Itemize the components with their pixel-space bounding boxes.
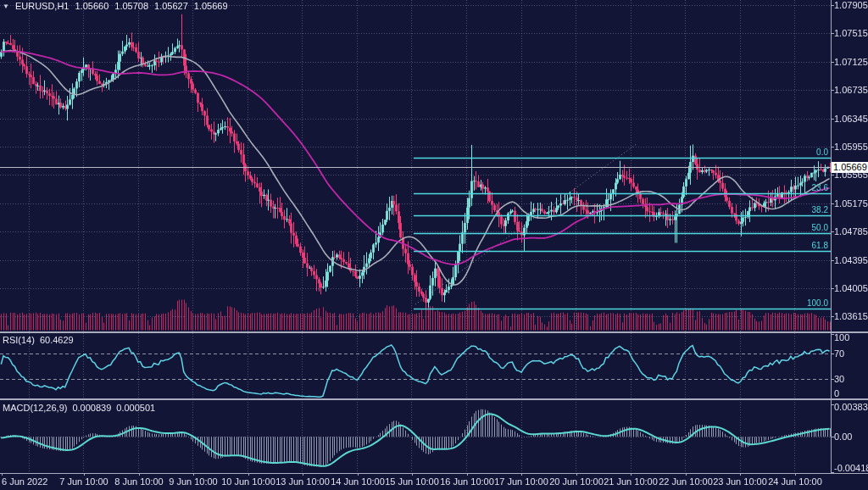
price-chart-canvas[interactable]	[0, 0, 868, 490]
chart-window: ▼EURUSD,H11.056601.057081.056271.05669 R…	[0, 0, 868, 490]
current-price-label: 1.05669	[832, 162, 868, 173]
